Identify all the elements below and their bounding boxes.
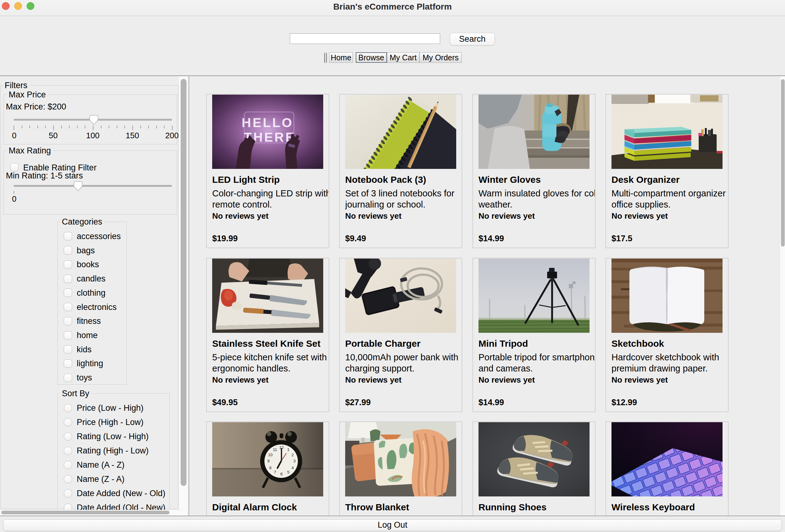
- svg-text:1: 1: [287, 447, 289, 452]
- svg-text:7: 7: [274, 470, 276, 475]
- svg-text:5: 5: [287, 470, 289, 475]
- svg-text:3: 3: [293, 459, 295, 463]
- svg-text:8: 8: [269, 465, 271, 470]
- svg-text:11: 11: [273, 447, 277, 452]
- svg-text:9: 9: [267, 459, 270, 463]
- svg-text:10: 10: [268, 453, 273, 457]
- svg-text:2: 2: [292, 453, 294, 457]
- svg-text:6: 6: [280, 472, 282, 476]
- svg-text:4: 4: [292, 465, 294, 470]
- svg-text:HELLO: HELLO: [242, 116, 293, 130]
